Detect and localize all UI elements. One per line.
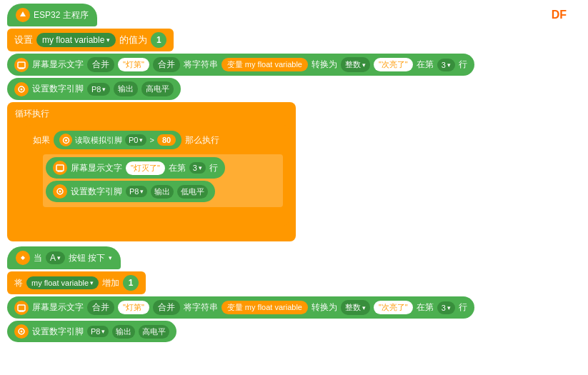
display-icon3 <box>14 301 29 315</box>
display-block2[interactable]: 屏幕显示文字 合并 "灯第" 合并 将字符串 变量 my float varia… <box>7 296 474 319</box>
merge1-label2: 合并 <box>87 300 114 315</box>
read-pin-name: P0 <box>129 136 138 144</box>
level-dropdown3[interactable]: 高电平 <box>139 325 169 339</box>
off-row-dropdown[interactable]: 3 ▾ <box>189 162 206 174</box>
off-in-row: 在第 <box>169 162 186 174</box>
if-condition[interactable]: 读取模拟引脚 P0 ▾ > 80 <box>54 131 181 149</box>
loop-bottom-spacer <box>11 229 292 233</box>
set-var-suffix: 的值为 <box>119 34 147 46</box>
threshold-value[interactable]: 80 <box>157 134 176 146</box>
set-pin-block2[interactable]: 设置数字引脚 P8 ▾ 输出 低电平 <box>46 181 215 202</box>
var-name1: 变量 my float variable <box>221 58 308 71</box>
display-off-row: 屏幕显示文字 "灯灭了" 在第 3 ▾ 行 <box>46 157 280 179</box>
set-pin-prefix3: 设置数字引脚 <box>32 326 84 338</box>
hat-label: ESP32 主程序 <box>34 9 89 21</box>
mode-dropdown2[interactable]: 输出 <box>151 185 174 199</box>
svg-point-13 <box>59 191 61 193</box>
when-button-row: 当 A ▾ 按钮 按下 ▾ <box>7 246 474 269</box>
set-pin-block1[interactable]: 设置数字引脚 P8 ▾ 输出 高电平 <box>7 78 181 100</box>
type-arrow1: ▾ <box>362 61 366 69</box>
if-header: 如果 读取模拟引脚 P0 ▾ > <box>29 129 224 151</box>
pin-dropdown2[interactable]: P8 ▾ <box>126 186 147 197</box>
row-num2: 3 <box>442 304 446 312</box>
row-arrow1: ▾ <box>447 61 451 69</box>
type-dropdown1[interactable]: 整数 ▾ <box>341 57 370 72</box>
set-pin-low-row: 设置数字引脚 P8 ▾ 输出 低电平 <box>46 181 280 202</box>
set-var-block[interactable]: 设置 my float variable ▾ 的值为 1 <box>7 29 174 51</box>
pin-dropdown1[interactable]: P8 ▾ <box>87 83 110 96</box>
convert-prefix2: 将字符串 <box>184 301 218 314</box>
if-bottom-spacer <box>29 210 286 217</box>
pin-arrow3: ▾ <box>101 328 105 335</box>
row-arrow2: ▾ <box>447 304 451 311</box>
add-value[interactable]: 1 <box>123 275 139 291</box>
btn-arrow: ▾ <box>57 254 61 261</box>
btn-icon <box>16 251 30 265</box>
pin-arrow2: ▾ <box>140 188 144 195</box>
mode-dropdown1[interactable]: 输出 <box>114 81 138 96</box>
mode-label1: 输出 <box>118 84 134 93</box>
set-pin-block3[interactable]: 设置数字引脚 P8 ▾ 输出 高电平 <box>7 321 176 342</box>
btn-suffix: 按钮 按下 <box>69 252 105 264</box>
main-program-section: ESP32 主程序 设置 my float variable ▾ 的值为 1 屏… <box>7 4 474 241</box>
add-suffix: 增加 <box>102 277 119 289</box>
esp32-hat-block[interactable]: ESP32 主程序 <box>7 4 97 26</box>
pin-arrow1: ▾ <box>102 86 106 93</box>
loop-block: 循环执行 如果 读取模拟引脚 P0 <box>7 102 296 241</box>
display-off-label: 屏幕显示文字 <box>71 162 122 174</box>
display-text-row1: 屏幕显示文字 合并 "灯第" 合并 将字符串 变量 my float varia… <box>7 54 474 76</box>
level-label2: 低电平 <box>181 187 204 196</box>
row-num1: 3 <box>442 61 446 69</box>
add-var-block[interactable]: 将 my float variable ▾ 增加 1 <box>7 271 146 294</box>
add-var-dropdown[interactable]: my float variable ▾ <box>26 276 99 289</box>
row-dropdown2[interactable]: 3 ▾ <box>437 301 455 314</box>
svg-rect-14 <box>18 305 25 311</box>
lamp-str2: "灯第" <box>118 301 149 314</box>
set-var-value[interactable]: 1 <box>151 32 166 48</box>
level-label1: 高电平 <box>146 84 169 93</box>
var-arrow: ▾ <box>106 36 110 44</box>
merge2-label: 合并 <box>153 57 180 72</box>
in-row2: 在第 <box>417 301 434 314</box>
when-button-hat[interactable]: 当 A ▾ 按钮 按下 ▾ <box>7 246 121 269</box>
row-suffix2: 行 <box>459 301 467 314</box>
merge1-label: 合并 <box>87 57 114 72</box>
mode-label2: 输出 <box>154 187 170 196</box>
loop-inner-content: 如果 读取模拟引脚 P0 ▾ > <box>25 125 289 226</box>
var-dropdown[interactable]: my float variable ▾ <box>36 33 116 47</box>
pin-icon2 <box>53 184 67 199</box>
add-var-row: 将 my float variable ▾ 增加 1 <box>7 271 474 294</box>
set-var-row: 设置 my float variable ▾ 的值为 1 <box>7 29 474 51</box>
hat-block-row: ESP32 主程序 <box>7 4 474 26</box>
level-dropdown2[interactable]: 低电平 <box>177 185 208 199</box>
display-block1[interactable]: 屏幕显示文字 合并 "灯第" 合并 将字符串 变量 my float varia… <box>7 54 474 76</box>
pin-dropdown3[interactable]: P8 ▾ <box>87 326 109 337</box>
var-name: my float variable <box>42 35 104 45</box>
var-name2: 变量 my float variable <box>221 301 308 314</box>
type-arrow2: ▾ <box>362 304 366 311</box>
off-row-num: 3 <box>193 164 197 172</box>
btn-dropdown[interactable]: A ▾ <box>46 251 65 264</box>
set-var-prefix: 设置 <box>14 34 33 46</box>
add-prefix: 将 <box>14 277 23 289</box>
svg-point-19 <box>21 331 23 333</box>
lamp-string1: "灯第" <box>118 58 149 71</box>
add-var-arrow: ▾ <box>90 279 94 286</box>
display-prefix1: 屏幕显示文字 <box>32 59 84 71</box>
read-pin-label: 读取模拟引脚 <box>75 135 122 146</box>
loop-label: 循环执行 <box>11 106 292 122</box>
svg-rect-0 <box>18 62 25 68</box>
level-dropdown1[interactable]: 高电平 <box>141 81 174 96</box>
display-text-row2: 屏幕显示文字 合并 "灯第" 合并 将字符串 变量 my float varia… <box>7 296 474 319</box>
display-off-block[interactable]: 屏幕显示文字 "灯灭了" 在第 3 ▾ 行 <box>46 157 225 179</box>
pin-name3: P8 <box>91 327 100 336</box>
type-label2: 整数 <box>345 302 361 313</box>
read-pin-dropdown[interactable]: P0 ▾ <box>125 134 146 146</box>
btn-arrow2: ▾ <box>109 254 112 261</box>
row-dropdown1[interactable]: 3 ▾ <box>437 59 455 71</box>
type-dropdown2[interactable]: 整数 ▾ <box>341 300 370 315</box>
mode-dropdown3[interactable]: 输出 <box>112 325 135 339</box>
svg-point-7 <box>65 139 67 141</box>
read-icon <box>59 134 72 146</box>
row-suffix1: 行 <box>459 59 467 71</box>
